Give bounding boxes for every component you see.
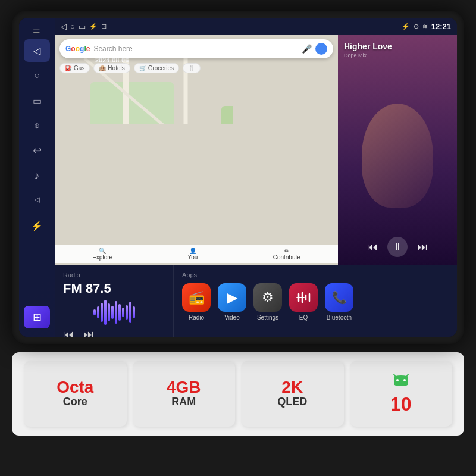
app-icon-radio: 📻 — [182, 283, 211, 312]
radio-panel: Radio FM 87.5 — [55, 265, 174, 337]
music-widget: Higher Love Dope Mix ⏮ ⏸ ⏭ — [338, 35, 457, 265]
wave-bar-12 — [133, 306, 135, 318]
apps-label: Apps — [182, 271, 449, 278]
specs-bar: Octa Core 4GB RAM 2K QLED 10 — [12, 352, 464, 436]
sidebar-btn-layers[interactable]: ⊞ — [24, 306, 50, 328]
back-nav-icon[interactable]: ◁ — [61, 22, 67, 31]
sidebar-btn-bluetooth[interactable]: ⚡ — [24, 214, 50, 237]
svg-rect-0 — [90, 82, 174, 124]
status-icons-left: ◁ ○ ▭ ⚡ ⊡ — [61, 22, 107, 31]
music-next-btn[interactable]: ⏭ — [417, 241, 428, 253]
radio-wave-display — [63, 300, 165, 325]
pill-restaurants[interactable]: 🍴 — [183, 63, 201, 73]
mic-icon[interactable]: 🎤 — [302, 44, 312, 54]
app-item-radio[interactable]: 📻 Radio — [182, 283, 211, 321]
home-nav-icon[interactable]: ○ — [70, 22, 75, 31]
radio-prev-btn[interactable]: ⏮ — [63, 328, 74, 337]
app-icon-settings: ⚙ — [253, 283, 282, 312]
spec-card-qled: 2K QLED — [241, 361, 344, 427]
android-info: 10 — [388, 373, 414, 415]
spec-card-android: 10 — [350, 361, 453, 427]
spec-ram-main: 4GB — [167, 379, 201, 396]
wifi-icon: ≋ — [422, 23, 428, 30]
search-input[interactable]: Search here — [93, 45, 298, 53]
app-label-eq: EQ — [299, 314, 308, 321]
android-version: 10 — [390, 393, 412, 415]
map-search-bar[interactable]: Google Search here 🎤 — [60, 39, 333, 58]
wave-bar-9 — [122, 308, 124, 317]
google-maps-logo: Google — [65, 45, 90, 53]
status-bar: ◁ ○ ▭ ⚡ ⊡ ⚡ ⊙ ≋ 12:21 — [55, 18, 457, 35]
radio-frequency: FM 87.5 — [63, 281, 165, 296]
app-label-bluetooth: Bluetooth — [327, 314, 352, 321]
pill-gas[interactable]: ⛽ Gas — [60, 63, 90, 73]
wave-bar-1 — [93, 309, 96, 315]
music-subtitle: Dope Mix — [344, 52, 451, 58]
spec-octa-main: Octa — [57, 379, 93, 396]
wave-bar-3 — [101, 303, 103, 322]
app-icon-eq — [289, 283, 318, 312]
sidebar-btn-menu[interactable]: ⚌ — [24, 23, 50, 37]
app-item-settings[interactable]: ⚙ Settings — [253, 283, 282, 321]
radio-label: Radio — [63, 271, 165, 278]
wave-bar-2 — [97, 306, 99, 318]
music-controls: ⏮ ⏸ ⏭ — [344, 233, 451, 261]
sidebar-btn-music[interactable]: ♪ — [24, 164, 50, 187]
avatar-icon[interactable] — [315, 43, 327, 55]
sidebar-btn-prev[interactable]: ▷ — [24, 189, 50, 212]
svg-rect-1 — [221, 106, 233, 124]
you-btn[interactable]: 👤You — [187, 248, 198, 261]
wave-bar-4 — [104, 300, 107, 325]
android-logo-svg — [388, 373, 414, 392]
app-item-video[interactable]: ▶ Video — [218, 283, 246, 321]
location-icon: ⊙ — [414, 23, 419, 30]
sidebar-btn-undo[interactable]: ↩ — [24, 139, 50, 162]
app-icon-video: ▶ — [218, 283, 246, 312]
wave-bar-6 — [111, 306, 114, 319]
map-area[interactable]: P Google Search here 🎤 — [55, 35, 338, 265]
app-item-eq[interactable]: EQ — [289, 283, 318, 321]
svg-point-23 — [396, 379, 399, 381]
bluetooth-status-icon: ⚡ — [402, 23, 410, 30]
wave-bar-8 — [118, 304, 121, 321]
explore-btn[interactable]: 🔍Explore — [92, 248, 112, 261]
recent-nav-icon[interactable]: ▭ — [79, 22, 86, 31]
wave-bar-7 — [115, 301, 117, 324]
spec-card-octa: Octa Core — [24, 361, 127, 427]
screen-bezel: ⚌ ◁ ○ ▭ ⊕ ↩ ♪ ▷ ⚡ ⊞ ◁ ○ ▭ ⚡ — [19, 18, 457, 337]
music-play-btn[interactable]: ⏸ — [387, 237, 408, 257]
music-title: Higher Love — [344, 42, 451, 51]
spec-ram-sub: RAM — [171, 396, 196, 409]
app-icon-bluetooth: 📞 — [325, 283, 353, 312]
main-content: ◁ ○ ▭ ⚡ ⊡ ⚡ ⊙ ≋ 12:21 — [55, 18, 457, 337]
radio-controls: ⏮ ⏭ — [63, 328, 165, 337]
app-label-settings: Settings — [257, 314, 278, 321]
app-label-video: Video — [224, 314, 239, 321]
contribute-btn[interactable]: ✏Contribute — [273, 248, 300, 261]
pill-hotels[interactable]: 🏨 Hotels — [93, 63, 130, 73]
pill-groceries[interactable]: 🛒 Groceries — [134, 63, 179, 73]
apps-panel: Apps 📻 Radio ▶ Video ⚙ — [174, 265, 457, 337]
map-search-icons: 🎤 — [302, 43, 327, 55]
status-time: 12:21 — [431, 22, 451, 31]
svg-point-24 — [403, 379, 406, 381]
map-bottom-bar: 🔍Explore 👤You ✏Contribute — [55, 245, 338, 263]
status-icons-right: ⚡ ⊙ ≋ 12:21 — [402, 22, 451, 31]
lower-area: Radio FM 87.5 — [55, 265, 457, 337]
music-prev-btn[interactable]: ⏮ — [367, 241, 378, 253]
device-shell: ⚌ ◁ ○ ▭ ⊕ ↩ ♪ ▷ ⚡ ⊞ ◁ ○ ▭ ⚡ — [12, 11, 464, 344]
sidebar-btn-back[interactable]: ◁ — [24, 39, 50, 62]
cast-icon: ⊡ — [101, 23, 107, 30]
app-item-bluetooth[interactable]: 📞 Bluetooth — [325, 283, 353, 321]
usb-icon: ⚡ — [89, 23, 98, 30]
radio-next-btn[interactable]: ⏭ — [83, 328, 94, 337]
sidebar-btn-voice[interactable]: ⊕ — [24, 114, 50, 137]
spec-qled-sub: QLED — [277, 396, 307, 409]
sidebar-btn-home[interactable]: ○ — [24, 64, 50, 87]
screen: ⚌ ◁ ○ ▭ ⊕ ↩ ♪ ▷ ⚡ ⊞ ◁ ○ ▭ ⚡ — [19, 18, 457, 337]
spec-octa-sub: Core — [63, 396, 87, 409]
upper-area: 2024-08-06 Tuesday — [55, 35, 457, 265]
sidebar-btn-recent[interactable]: ▭ — [24, 89, 50, 112]
spec-qled-main: 2K — [281, 379, 303, 396]
spec-card-ram: 4GB RAM — [133, 361, 236, 427]
